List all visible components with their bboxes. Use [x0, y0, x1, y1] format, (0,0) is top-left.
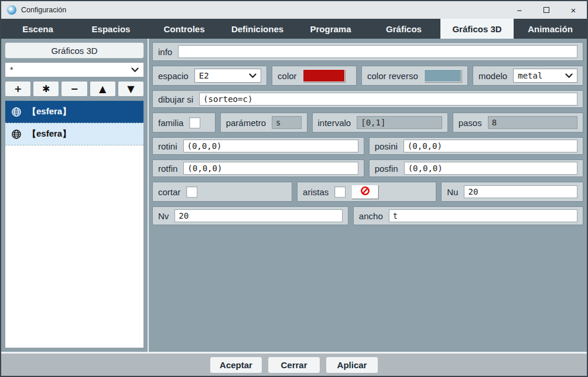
ancho-field: ancho	[353, 206, 583, 225]
tab-bar: Escena Espacios Controles Definiciones P…	[1, 19, 587, 39]
chevron-down-icon	[131, 65, 139, 74]
accept-button[interactable]: Aceptar	[210, 356, 262, 373]
intervalo-field: intervalo	[312, 113, 448, 133]
cortar-label: cortar	[158, 187, 180, 197]
row-rot-pos-ini: rotini posini	[152, 137, 583, 155]
tab-programa[interactable]: Programa	[294, 19, 367, 39]
footer-bar: Aceptar Cerrar Aplicar	[1, 354, 587, 376]
espacio-field: espacio E2	[152, 66, 267, 86]
row-familia: familia parámetro intervalo pasos	[152, 113, 583, 133]
window-controls: − ×	[506, 1, 587, 19]
row-space-colors: espacio E2 color color reverso	[152, 66, 583, 86]
color-reverso-label: color reverso	[367, 71, 418, 81]
aristas-color-button[interactable]	[351, 185, 378, 199]
row-dibujar-si: dibujar si	[152, 90, 583, 108]
parametro-input	[272, 116, 301, 129]
chevron-down-icon	[249, 71, 257, 80]
chevron-down-icon	[565, 71, 573, 80]
move-down-button[interactable]: ▼	[118, 81, 144, 97]
parametro-label: parámetro	[226, 118, 266, 128]
tab-graficos-3d[interactable]: Gráficos 3D	[440, 19, 514, 39]
ancho-input[interactable]	[389, 209, 577, 222]
row-cortar-aristas: cortar aristas	[152, 182, 583, 202]
objects-list: 【esfera】 【esfera】	[5, 100, 144, 348]
configuration-window: Configuración − × Escena Espacios Contro…	[0, 0, 588, 377]
nu-input[interactable]	[464, 185, 577, 198]
remove-object-button[interactable]: −	[61, 81, 87, 97]
espacio-label: espacio	[158, 71, 189, 81]
tab-escena[interactable]: Escena	[1, 19, 74, 39]
familia-field: familia	[152, 113, 216, 133]
modelo-value: metal	[518, 71, 562, 80]
close-dialog-button[interactable]: Cerrar	[268, 356, 320, 373]
globe-icon	[11, 129, 22, 140]
minimize-button[interactable]: −	[506, 1, 533, 19]
maximize-button[interactable]	[533, 1, 560, 19]
object-filter-value: *	[10, 65, 13, 74]
aristas-field: aristas	[297, 182, 436, 202]
list-item-label: 【esfera】	[28, 128, 71, 140]
intervalo-input	[357, 116, 442, 129]
espacio-select[interactable]: E2	[194, 69, 261, 83]
nv-label: Nv	[158, 211, 169, 221]
tab-controles[interactable]: Controles	[148, 19, 221, 39]
color-field: color	[272, 66, 357, 86]
apply-button[interactable]: Aplicar	[326, 356, 378, 373]
window-title: Configuración	[21, 6, 66, 14]
tab-definiciones[interactable]: Definiciones	[221, 19, 294, 39]
tab-espacios[interactable]: Espacios	[74, 19, 148, 39]
color-reverso-swatch[interactable]	[424, 69, 461, 82]
add-object-button[interactable]: +	[5, 81, 31, 97]
dibujar-si-input[interactable]	[199, 93, 577, 106]
list-item-esfera-1[interactable]: 【esfera】	[5, 101, 143, 123]
aristas-label: aristas	[303, 187, 329, 197]
panel-title: Gráficos 3D	[5, 42, 144, 59]
espacio-value: E2	[199, 71, 245, 80]
no-entry-icon	[360, 186, 370, 198]
row-info: info	[152, 42, 583, 61]
close-button[interactable]: ×	[560, 1, 587, 19]
color-reverso-field: color reverso	[361, 66, 468, 86]
color-swatch[interactable]	[303, 69, 345, 82]
info-field: info	[152, 42, 583, 61]
move-up-button[interactable]: ▲	[90, 81, 116, 97]
color-label: color	[278, 71, 297, 81]
ancho-label: ancho	[359, 211, 383, 221]
row-nv-ancho: Nv ancho	[152, 206, 583, 225]
posfin-label: posfin	[375, 164, 398, 174]
rotfin-input[interactable]	[183, 162, 358, 175]
duplicate-object-button[interactable]: ✱	[33, 81, 59, 97]
info-label: info	[158, 47, 172, 57]
cortar-field: cortar	[152, 182, 292, 202]
minimize-icon: −	[517, 5, 522, 15]
parametro-field: parámetro	[220, 113, 307, 133]
tab-animacion[interactable]: Animación	[514, 19, 587, 39]
modelo-label: modelo	[478, 71, 507, 81]
list-item-esfera-2[interactable]: 【esfera】	[5, 123, 143, 145]
familia-checkbox[interactable]	[189, 117, 200, 128]
info-input[interactable]	[178, 45, 577, 58]
cortar-checkbox[interactable]	[186, 186, 197, 198]
modelo-select[interactable]: metal	[513, 69, 577, 83]
row-rot-pos-fin: rotfin posfin	[152, 159, 583, 177]
pasos-input	[488, 116, 577, 129]
pasos-field: pasos	[453, 113, 583, 133]
rotfin-field: rotfin	[152, 159, 364, 177]
posini-input[interactable]	[404, 140, 577, 152]
nv-input[interactable]	[175, 209, 343, 222]
app-logo-icon	[7, 5, 16, 15]
properties-form: info espacio E2 color	[149, 39, 587, 352]
object-filter-select[interactable]: *	[5, 62, 144, 77]
tab-graficos[interactable]: Gráficos	[367, 19, 440, 39]
maximize-icon	[543, 7, 549, 13]
dibujar-si-label: dibujar si	[158, 94, 193, 104]
objects-panel: Gráficos 3D * + ✱ − ▲ ▼	[1, 39, 148, 352]
modelo-field: modelo metal	[473, 66, 583, 86]
aristas-checkbox[interactable]	[334, 186, 346, 198]
object-toolbar: + ✱ − ▲ ▼	[5, 81, 144, 97]
globe-icon	[11, 107, 22, 117]
posfin-input[interactable]	[404, 162, 577, 175]
dibujar-si-field: dibujar si	[152, 90, 583, 108]
nv-field: Nv	[152, 206, 348, 225]
rotini-input[interactable]	[183, 140, 358, 152]
